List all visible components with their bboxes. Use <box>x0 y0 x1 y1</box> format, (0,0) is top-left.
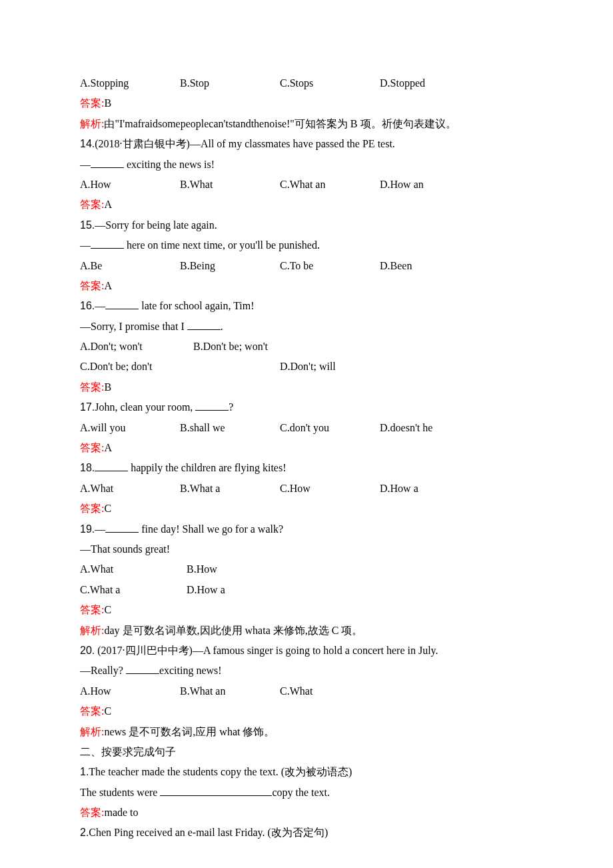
q20-opt-a: A.How <box>80 681 180 701</box>
answer-label: 答案: <box>80 280 104 291</box>
q14-answer-line: 答案:A <box>80 195 533 215</box>
q16-line2: —Sorry, I promise that I . <box>80 317 533 337</box>
q13-explain-line: 解析:由"I'mafraidsomepeoplecan'tstandthenoi… <box>80 114 533 134</box>
answer-label: 答案: <box>80 705 104 717</box>
q14-opt-b: B.What <box>180 175 280 195</box>
q19-text1b: fine day! Shall we go for a walk? <box>139 523 283 535</box>
q20-text2b: exciting news! <box>159 665 222 676</box>
q17-text1a: John, clean your room, <box>95 401 195 413</box>
q19-text1a: — <box>95 523 105 535</box>
page: A.Stopping B.Stop C.Stops D.Stopped 答案:B… <box>0 0 613 868</box>
q15-opt-c: C.To be <box>280 256 380 276</box>
q15-opt-d: D.Been <box>380 256 480 276</box>
q18-opt-d: D.How a <box>380 479 480 499</box>
q13-options: A.Stopping B.Stop C.Stops D.Stopped <box>80 73 533 93</box>
section2-title: 二、按要求完成句子 <box>80 742 533 762</box>
q16-number: 16. <box>80 300 95 311</box>
q14-text2a: — <box>80 159 91 170</box>
blank-field <box>105 521 139 533</box>
q17-answer: A <box>104 442 112 453</box>
q16-answer: B <box>104 381 111 393</box>
q20-source: (2017·四川巴中中考) <box>95 645 193 656</box>
s2q1-text2b: copy the text. <box>272 787 330 798</box>
blank-field <box>160 785 272 796</box>
q15-options: A.Be B.Being C.To be D.Been <box>80 256 533 276</box>
blank-field <box>187 319 221 330</box>
q14-answer: A <box>104 199 112 210</box>
q17-opt-c: C.don't you <box>280 418 380 438</box>
q14-opt-d: D.How an <box>380 175 480 195</box>
q15-opt-b: B.Being <box>180 256 280 276</box>
q19-opt-b: B.How <box>187 559 293 579</box>
q19-text2: —That sounds great! <box>80 543 170 555</box>
q18-opt-c: C.How <box>280 479 380 499</box>
blank-field <box>91 237 124 249</box>
q14-options: A.How B.What C.What an D.How an <box>80 175 533 195</box>
q16-opt-a: A.Don't; won't <box>80 337 193 357</box>
q20-explain-line: 解析:news 是不可数名词,应用 what 修饰。 <box>80 722 533 742</box>
blank-field <box>195 399 229 411</box>
q16-line1: 16.— late for school again, Tim! <box>80 296 533 316</box>
s2q1-number: 1. <box>80 766 89 777</box>
q20-line1: 20. (2017·四川巴中中考)—A famous singer is goi… <box>80 641 533 661</box>
q20-answer-line: 答案:C <box>80 701 533 721</box>
q19-options-row1: A.What B.How <box>80 559 533 579</box>
q14-opt-c: C.What an <box>280 175 380 195</box>
q17-number: 17. <box>80 401 95 413</box>
s2q1-answer-line: 答案:made to <box>80 803 533 823</box>
q17-text1b: ? <box>229 401 233 413</box>
s2q1-text2a: The students were <box>80 787 160 798</box>
q18-answer-line: 答案:C <box>80 499 533 519</box>
q15-answer-line: 答案:A <box>80 276 533 296</box>
q13-explain: 由"I'mafraidsomepeoplecan'tstandthenoise!… <box>104 118 456 129</box>
q13-answer-line: 答案:B <box>80 93 533 113</box>
q14-number: 14. <box>80 138 95 149</box>
q16-text2a: —Sorry, I promise that I <box>80 321 187 332</box>
s2q2-text1: Chen Ping received an e-mail last Friday… <box>89 827 328 838</box>
q20-text1: —A famous singer is going to hold a conc… <box>193 645 438 656</box>
q19-explain: day 是可数名词单数,因此使用 whata 来修饰,故选 C 项。 <box>104 625 362 636</box>
q16-answer-line: 答案:B <box>80 377 533 397</box>
q16-text1b: late for school again, Tim! <box>139 300 254 311</box>
q15-line1: 15.—Sorry for being late again. <box>80 215 533 235</box>
q17-opt-d: D.doesn't he <box>380 418 480 438</box>
q20-line2: —Really? exciting news! <box>80 661 533 681</box>
blank-field <box>95 460 128 471</box>
q14-line2: — exciting the news is! <box>80 155 533 175</box>
answer-label: 答案: <box>80 604 104 615</box>
q18-number: 18. <box>80 462 95 473</box>
q19-answer-line: 答案:C <box>80 600 533 620</box>
q19-line1: 19.— fine day! Shall we go for a walk? <box>80 519 533 539</box>
q14-opt-a: A.How <box>80 175 180 195</box>
q18-line1: 18. happily the children are flying kite… <box>80 458 533 478</box>
q15-opt-a: A.Be <box>80 256 180 276</box>
blank-field <box>126 663 159 674</box>
s2q2-line1: 2.Chen Ping received an e-mail last Frid… <box>80 823 533 843</box>
q14-text2b: exciting the news is! <box>124 159 215 170</box>
blank-field <box>91 157 124 168</box>
answer-label: 答案: <box>80 97 104 109</box>
answer-label: 答案: <box>80 807 104 818</box>
q19-number: 19. <box>80 523 95 535</box>
explain-label: 解析: <box>80 726 104 737</box>
q17-line1: 17.John, clean your room, ? <box>80 397 533 417</box>
q18-opt-a: A.What <box>80 479 180 499</box>
s2q1-answer: made to <box>104 807 138 818</box>
q13-answer: B <box>104 97 111 109</box>
q14-source: (2018·甘肃白银中考) <box>95 138 190 149</box>
q20-number: 20. <box>80 645 95 656</box>
q18-text1b: happily the children are flying kites! <box>128 462 286 473</box>
q15-text2a: — <box>80 239 91 251</box>
q13-opt-d: D.Stopped <box>380 73 480 93</box>
q19-opt-a: A.What <box>80 559 187 579</box>
explain-label: 解析: <box>80 118 104 129</box>
q13-opt-b: B.Stop <box>180 73 280 93</box>
q15-text1: —Sorry for being late again. <box>95 219 217 231</box>
q20-options: A.How B.What an C.What <box>80 681 533 701</box>
q17-opt-b: B.shall we <box>180 418 280 438</box>
q15-text2b: here on time next time, or you'll be pun… <box>124 239 320 251</box>
q18-answer: C <box>104 503 111 514</box>
q16-text2b: . <box>221 321 223 332</box>
q15-answer: A <box>104 280 112 291</box>
s2q2-number: 2. <box>80 827 89 838</box>
